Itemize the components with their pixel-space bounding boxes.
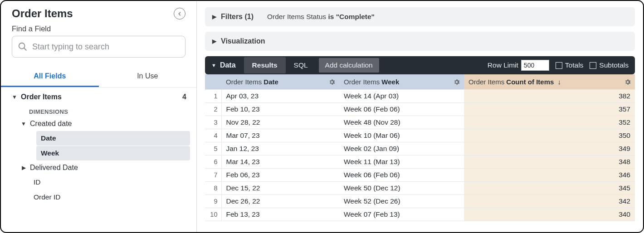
dimension-group-label: Delivered Date <box>30 164 78 172</box>
column-header-week[interactable]: Order Items Week <box>339 74 464 90</box>
table-row: 5Jan 12, 23Week 02 (Jan 09)349 <box>205 142 635 155</box>
table-row: 3Nov 28, 22Week 48 (Nov 28)352 <box>205 116 635 129</box>
filters-summary: Order Items Status is "Complete" <box>267 13 375 21</box>
cell-count[interactable]: 342 <box>464 195 635 208</box>
caret-down-icon: ▼ <box>11 94 18 100</box>
caret-right-icon: ▶ <box>212 14 216 20</box>
dimension-group-delivered-date[interactable]: ▶ Delivered Date <box>7 161 190 175</box>
field-picker-sidebar: Order Items Find a Field All Fields In U… <box>1 1 197 232</box>
cell-count[interactable]: 382 <box>464 90 635 103</box>
cell-week[interactable]: Week 06 (Feb 06) <box>339 103 464 116</box>
cell-week[interactable]: Week 14 (Apr 03) <box>339 90 464 103</box>
table-row: 7Feb 06, 23Week 06 (Feb 06)346 <box>205 169 635 182</box>
field-created-date-week[interactable]: Week <box>36 146 190 160</box>
row-number: 3 <box>205 116 221 129</box>
field-created-date-date[interactable]: Date <box>36 131 190 146</box>
col-header-field: Week <box>381 78 399 86</box>
search-icon <box>18 42 28 52</box>
col-header-prefix: Order Items <box>226 78 263 86</box>
dimension-group-label: Created date <box>30 120 72 128</box>
cell-date[interactable]: Feb 06, 23 <box>221 169 339 182</box>
cell-date[interactable]: Dec 15, 22 <box>221 182 339 195</box>
visualization-panel-toggle[interactable]: ▶ Visualization <box>212 37 265 45</box>
checkbox-icon <box>556 62 562 69</box>
collapse-sidebar-button[interactable] <box>174 8 185 19</box>
row-limit-input[interactable] <box>521 60 549 71</box>
cell-date[interactable]: Jan 12, 23 <box>221 142 339 155</box>
cell-count[interactable]: 357 <box>464 103 635 116</box>
cell-date[interactable]: Mar 07, 23 <box>221 129 339 142</box>
caret-down-icon: ▼ <box>211 63 216 68</box>
table-row: 9Dec 26, 22Week 52 (Dec 26)342 <box>205 195 635 208</box>
cell-week[interactable]: Week 10 (Mar 06) <box>339 129 464 142</box>
row-number: 7 <box>205 169 221 182</box>
row-number: 8 <box>205 182 221 195</box>
cell-count[interactable]: 340 <box>464 208 635 221</box>
cell-date[interactable]: Mar 14, 23 <box>221 155 339 169</box>
cell-count[interactable]: 350 <box>464 129 635 142</box>
filters-panel-toggle[interactable]: ▶ Filters (1) <box>212 13 254 21</box>
row-number: 2 <box>205 103 221 116</box>
col-header-prefix: Order Items <box>468 78 506 86</box>
cell-count[interactable]: 348 <box>464 155 635 169</box>
dimension-group-created-date[interactable]: ▼ Created date <box>7 117 190 131</box>
caret-right-icon: ▶ <box>20 165 27 171</box>
field-search-box[interactable] <box>12 36 185 58</box>
row-number: 5 <box>205 142 221 155</box>
cell-date[interactable]: Feb 10, 23 <box>221 103 339 116</box>
data-panel-toggle[interactable]: ▼ Data <box>211 61 244 69</box>
svg-line-1 <box>24 48 27 51</box>
view-group-count: 4 <box>182 93 186 101</box>
cell-week[interactable]: Week 48 (Nov 28) <box>339 116 464 129</box>
subtotals-checkbox[interactable]: Subtotals <box>590 61 629 69</box>
column-header-date[interactable]: Order Items Date <box>221 74 339 90</box>
checkbox-icon <box>590 62 596 69</box>
tab-all-fields[interactable]: All Fields <box>1 67 99 87</box>
cell-date[interactable]: Nov 28, 22 <box>221 116 339 129</box>
cell-count[interactable]: 349 <box>464 142 635 155</box>
cell-week[interactable]: Week 52 (Dec 26) <box>339 195 464 208</box>
cell-week[interactable]: Week 02 (Jan 09) <box>339 142 464 155</box>
cell-count[interactable]: 346 <box>464 169 635 182</box>
results-table: Order Items Date Order Items Week <box>205 74 635 221</box>
cell-count[interactable]: 352 <box>464 116 635 129</box>
gear-icon[interactable] <box>453 78 460 86</box>
field-search-input[interactable] <box>32 42 180 52</box>
cell-week[interactable]: Week 06 (Feb 06) <box>339 169 464 182</box>
column-header-count[interactable]: Order Items Count of Items ↓ <box>464 74 635 90</box>
caret-right-icon: ▶ <box>212 38 216 44</box>
view-group-order-items[interactable]: ▼ Order Items 4 <box>7 90 190 104</box>
table-row: 4Mar 07, 23Week 10 (Mar 06)350 <box>205 129 635 142</box>
svg-point-0 <box>19 43 25 49</box>
cell-date[interactable]: Dec 26, 22 <box>221 195 339 208</box>
table-row: 1Apr 03, 23Week 14 (Apr 03)382 <box>205 90 635 103</box>
cell-week[interactable]: Week 07 (Feb 13) <box>339 208 464 221</box>
tab-in-use[interactable]: In Use <box>99 67 197 87</box>
cell-date[interactable]: Apr 03, 23 <box>221 90 339 103</box>
main-panel: ▶ Filters (1) Order Items Status is "Com… <box>197 1 643 232</box>
col-header-field: Date <box>263 78 278 86</box>
col-header-prefix: Order Items <box>344 78 381 86</box>
col-header-field: Count of Items <box>506 78 554 86</box>
tab-sql[interactable]: SQL <box>286 57 316 73</box>
cell-week[interactable]: Week 50 (Dec 12) <box>339 182 464 195</box>
totals-label: Totals <box>565 61 584 69</box>
gear-icon[interactable] <box>328 78 336 86</box>
filters-label: Filters (1) <box>221 13 254 21</box>
cell-count[interactable]: 345 <box>464 182 635 195</box>
field-id[interactable]: ID <box>29 175 190 189</box>
cell-week[interactable]: Week 11 (Mar 13) <box>339 155 464 169</box>
row-number: 4 <box>205 129 221 142</box>
find-field-label: Find a Field <box>1 24 196 33</box>
filter-summary-value: is "Complete" <box>328 13 375 20</box>
caret-down-icon: ▼ <box>20 121 27 127</box>
gear-icon[interactable] <box>624 78 631 86</box>
table-row: 10Feb 13, 23Week 07 (Feb 13)340 <box>205 208 635 221</box>
cell-date[interactable]: Feb 13, 23 <box>221 208 339 221</box>
tab-results[interactable]: Results <box>244 57 286 73</box>
add-calculation-button[interactable]: Add calculation <box>319 58 379 73</box>
field-order-id[interactable]: Order ID <box>29 190 190 204</box>
subtotals-label: Subtotals <box>599 61 629 69</box>
row-number: 1 <box>205 90 221 103</box>
totals-checkbox[interactable]: Totals <box>556 61 584 69</box>
